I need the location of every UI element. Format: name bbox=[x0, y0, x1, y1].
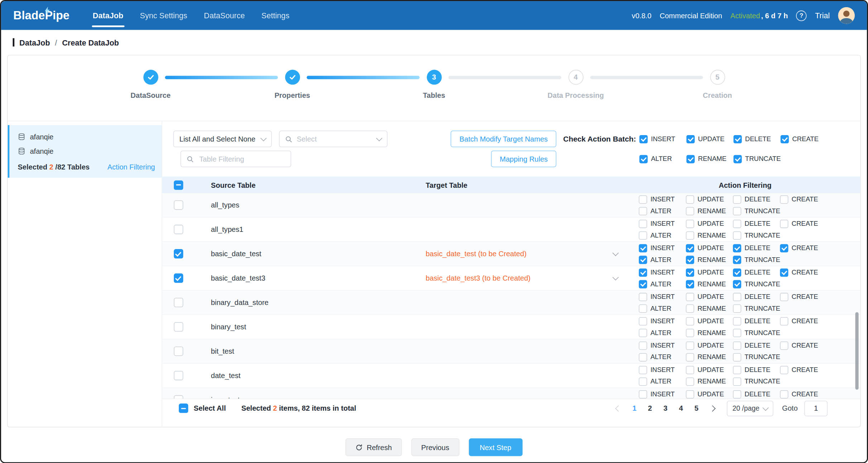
checkbox[interactable] bbox=[733, 256, 741, 264]
goto-input[interactable] bbox=[804, 401, 828, 416]
action-checkbox-insert[interactable]: INSERT bbox=[639, 341, 686, 349]
checkbox[interactable] bbox=[686, 280, 694, 288]
checkbox[interactable] bbox=[780, 195, 788, 203]
action-checkbox-create[interactable]: CREATE bbox=[780, 366, 827, 374]
checkbox[interactable] bbox=[686, 244, 694, 252]
row-select-checkbox[interactable] bbox=[174, 249, 183, 258]
checkbox[interactable] bbox=[733, 292, 741, 301]
action-checkbox-create[interactable]: CREATE bbox=[780, 195, 827, 203]
checkbox[interactable] bbox=[780, 219, 788, 228]
action-checkbox-insert[interactable]: INSERT bbox=[639, 366, 686, 374]
checkbox[interactable] bbox=[780, 341, 788, 349]
checkbox[interactable] bbox=[733, 304, 741, 312]
action-checkbox-update[interactable]: UPDATE bbox=[686, 341, 733, 349]
page-button-2[interactable]: 2 bbox=[643, 401, 657, 415]
action-checkbox-update[interactable]: UPDATE bbox=[686, 366, 733, 374]
action-checkbox-delete[interactable]: DELETE bbox=[733, 317, 780, 325]
column-search-select[interactable]: Select bbox=[279, 131, 387, 147]
action-checkbox-create[interactable]: CREATE bbox=[780, 244, 827, 252]
select-all-checkbox[interactable] bbox=[179, 404, 188, 413]
next-page-button[interactable] bbox=[706, 401, 719, 415]
action-checkbox-update[interactable]: UPDATE bbox=[686, 219, 733, 228]
checkbox[interactable] bbox=[639, 377, 647, 386]
action-checkbox-delete[interactable]: DELETE bbox=[733, 292, 780, 301]
checkbox[interactable] bbox=[733, 317, 741, 325]
breadcrumb-parent[interactable]: DataJob bbox=[19, 38, 50, 47]
action-checkbox-rename[interactable]: RENAME bbox=[686, 329, 733, 337]
action-checkbox-update[interactable]: UPDATE bbox=[686, 317, 733, 325]
checkbox[interactable] bbox=[686, 219, 694, 228]
table-filter-input[interactable] bbox=[198, 154, 285, 163]
checkbox[interactable] bbox=[639, 366, 647, 374]
refresh-button[interactable]: Refresh bbox=[345, 438, 402, 456]
checkbox[interactable] bbox=[780, 317, 788, 325]
checkbox[interactable] bbox=[639, 244, 647, 252]
action-checkbox-create[interactable]: CREATE bbox=[780, 317, 827, 325]
select-all-header-checkbox[interactable] bbox=[174, 180, 183, 190]
checkbox[interactable] bbox=[686, 256, 694, 264]
action-checkbox-create[interactable]: CREATE bbox=[780, 292, 827, 301]
checkbox[interactable] bbox=[733, 231, 741, 239]
action-checkbox-alter[interactable]: ALTER bbox=[639, 155, 686, 163]
datasource-pair[interactable]: afanqie afanqie Selected 2 /82 Tables bbox=[8, 125, 162, 178]
row-select-checkbox[interactable] bbox=[174, 347, 183, 356]
action-checkbox-delete[interactable]: DELETE bbox=[733, 341, 780, 349]
checkbox[interactable] bbox=[733, 377, 741, 386]
next-step-button[interactable]: Next Step bbox=[469, 438, 523, 456]
checkbox[interactable] bbox=[733, 329, 741, 337]
row-select-checkbox[interactable] bbox=[174, 200, 183, 210]
checkbox[interactable] bbox=[780, 366, 788, 374]
row-select-checkbox[interactable] bbox=[174, 298, 183, 307]
checkbox[interactable] bbox=[639, 195, 647, 203]
action-checkbox-truncate[interactable]: TRUNCATE bbox=[733, 256, 780, 264]
action-checkbox-update[interactable]: UPDATE bbox=[686, 292, 733, 301]
checkbox[interactable] bbox=[686, 390, 694, 398]
checkbox[interactable] bbox=[686, 292, 694, 301]
action-checkbox-delete[interactable]: DELETE bbox=[733, 219, 780, 228]
step-circle[interactable]: 3 bbox=[426, 70, 442, 85]
action-checkbox-rename[interactable]: RENAME bbox=[686, 280, 733, 288]
action-checkbox-alter[interactable]: ALTER bbox=[639, 377, 686, 386]
action-checkbox-alter[interactable]: ALTER bbox=[639, 304, 686, 312]
checkbox[interactable] bbox=[639, 280, 647, 288]
action-checkbox-truncate[interactable]: TRUNCATE bbox=[733, 280, 780, 288]
action-checkbox-update[interactable]: UPDATE bbox=[686, 135, 733, 143]
action-checkbox-insert[interactable]: INSERT bbox=[639, 244, 686, 252]
action-checkbox-create[interactable]: CREATE bbox=[780, 341, 827, 349]
row-select-checkbox[interactable] bbox=[174, 395, 183, 398]
action-checkbox-rename[interactable]: RENAME bbox=[686, 155, 733, 163]
mapping-rules-button[interactable]: Mapping Rules bbox=[491, 151, 557, 167]
action-checkbox-alter[interactable]: ALTER bbox=[639, 353, 686, 361]
page-size-select[interactable]: 20 /page bbox=[727, 401, 773, 416]
checkbox[interactable] bbox=[686, 366, 694, 374]
action-checkbox-rename[interactable]: RENAME bbox=[686, 353, 733, 361]
checkbox[interactable] bbox=[780, 268, 788, 276]
action-checkbox-rename[interactable]: RENAME bbox=[686, 377, 733, 386]
action-checkbox-truncate[interactable]: TRUNCATE bbox=[733, 231, 780, 239]
checkbox[interactable] bbox=[639, 155, 648, 163]
action-checkbox-delete[interactable]: DELETE bbox=[733, 366, 780, 374]
checkbox[interactable] bbox=[686, 329, 694, 337]
action-checkbox-rename[interactable]: RENAME bbox=[686, 207, 733, 215]
action-checkbox-delete[interactable]: DELETE bbox=[733, 390, 780, 398]
checkbox[interactable] bbox=[733, 341, 741, 349]
action-checkbox-truncate[interactable]: TRUNCATE bbox=[734, 155, 781, 163]
checkbox[interactable] bbox=[639, 256, 647, 264]
nav-item-settings[interactable]: Settings bbox=[262, 1, 290, 30]
checkbox[interactable] bbox=[733, 207, 741, 215]
checkbox[interactable] bbox=[686, 195, 694, 203]
action-checkbox-insert[interactable]: INSERT bbox=[639, 317, 686, 325]
action-checkbox-rename[interactable]: RENAME bbox=[686, 304, 733, 312]
checkbox[interactable] bbox=[639, 135, 648, 143]
action-checkbox-delete[interactable]: DELETE bbox=[733, 195, 780, 203]
action-checkbox-delete[interactable]: DELETE bbox=[734, 135, 781, 143]
action-checkbox-delete[interactable]: DELETE bbox=[733, 244, 780, 252]
action-checkbox-insert[interactable]: INSERT bbox=[639, 292, 686, 301]
previous-button[interactable]: Previous bbox=[411, 438, 459, 456]
action-checkbox-truncate[interactable]: TRUNCATE bbox=[733, 329, 780, 337]
action-checkbox-rename[interactable]: RENAME bbox=[686, 256, 733, 264]
checkbox[interactable] bbox=[639, 341, 647, 349]
action-checkbox-truncate[interactable]: TRUNCATE bbox=[733, 353, 780, 361]
action-checkbox-alter[interactable]: ALTER bbox=[639, 256, 686, 264]
action-checkbox-update[interactable]: UPDATE bbox=[686, 268, 733, 276]
